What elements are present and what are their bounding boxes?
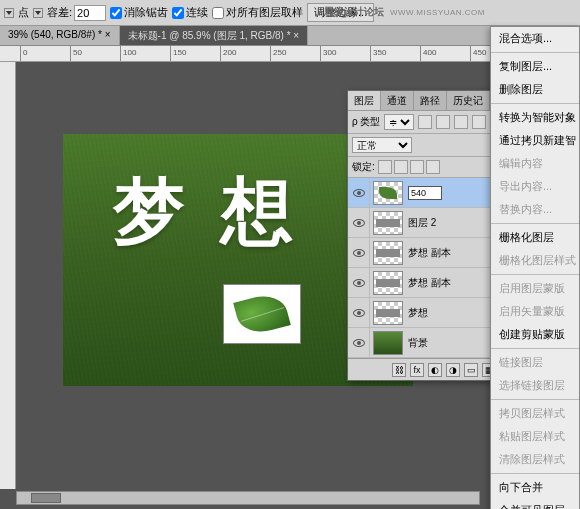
eye-icon (353, 279, 365, 287)
menu-item: 启用矢量蒙版 (491, 300, 579, 323)
menu-separator (491, 274, 579, 275)
menu-item: 导出内容... (491, 175, 579, 198)
layer-thumbnail[interactable] (373, 271, 403, 295)
scrollbar-thumb[interactable] (31, 493, 61, 503)
menu-separator (491, 223, 579, 224)
layer-name-label: 图层 2 (408, 217, 436, 228)
layer-thumbnail[interactable] (373, 301, 403, 325)
lock-pixels-icon[interactable] (394, 160, 408, 174)
eye-icon (353, 189, 365, 197)
tab-paths[interactable]: 路径 (414, 91, 447, 110)
kind-select[interactable]: ≑ (384, 114, 414, 130)
menu-item: 选择链接图层 (491, 374, 579, 397)
lock-all-icon[interactable] (426, 160, 440, 174)
menu-item: 清除图层样式 (491, 448, 579, 471)
menu-item: 替换内容... (491, 198, 579, 221)
filter-shape-icon[interactable] (472, 115, 486, 129)
menu-item: 拷贝图层样式 (491, 402, 579, 425)
menu-separator (491, 348, 579, 349)
visibility-toggle[interactable] (348, 268, 370, 297)
horizontal-scrollbar[interactable] (16, 491, 480, 505)
menu-item[interactable]: 转换为智能对象 (491, 106, 579, 129)
menu-separator (491, 473, 579, 474)
filter-pixel-icon[interactable] (418, 115, 432, 129)
canvas-text: 梦 想 (113, 164, 301, 260)
menu-item[interactable]: 复制图层... (491, 55, 579, 78)
visibility-toggle[interactable] (348, 298, 370, 327)
layer-name-label: 背景 (408, 337, 428, 348)
watermark-url: WWW.MISSYUAN.COM (390, 8, 485, 17)
all-layers-label: 对所有图层取样 (226, 5, 303, 20)
watermark: 思缘设计论坛 WWW.MISSYUAN.COM (324, 5, 485, 19)
visibility-toggle[interactable] (348, 208, 370, 237)
document-tab-2[interactable]: 未标题-1 @ 85.9% (图层 1, RGB/8) * × (120, 26, 309, 45)
link-layers-icon[interactable]: ⛓ (392, 363, 406, 377)
tab-channels[interactable]: 通道 (381, 91, 414, 110)
all-layers-checkbox[interactable] (212, 7, 224, 19)
contiguous-label: 连续 (186, 5, 208, 20)
layer-fx-icon[interactable]: fx (410, 363, 424, 377)
leaf-icon (233, 290, 291, 338)
antialias-label: 消除锯齿 (124, 5, 168, 20)
document-tab-1[interactable]: 39% (540, RGB/8#) * × (0, 26, 120, 45)
contiguous-checkbox[interactable] (172, 7, 184, 19)
visibility-toggle[interactable] (348, 238, 370, 267)
kind-label: ρ 类型 (352, 115, 380, 129)
layer-thumbnail[interactable] (373, 331, 403, 355)
tool-preset-dropdown[interactable] (4, 8, 14, 18)
layer-name-label: 梦想 副本 (408, 247, 451, 258)
lock-position-icon[interactable] (410, 160, 424, 174)
menu-item[interactable]: 创建剪贴蒙版 (491, 323, 579, 346)
point-label: 点 (18, 5, 29, 20)
tab-history[interactable]: 历史记 (447, 91, 490, 110)
tab-layers[interactable]: 图层 (348, 91, 381, 110)
menu-separator (491, 399, 579, 400)
menu-separator (491, 52, 579, 53)
layer-thumbnail[interactable] (373, 181, 403, 205)
group-icon[interactable]: ▭ (464, 363, 478, 377)
menu-separator (491, 103, 579, 104)
menu-item: 栅格化图层样式 (491, 249, 579, 272)
visibility-toggle[interactable] (348, 328, 370, 357)
sample-size-dropdown[interactable] (33, 8, 43, 18)
menu-item[interactable]: 通过拷贝新建智 (491, 129, 579, 152)
eye-icon (353, 249, 365, 257)
menu-item[interactable]: 删除图层 (491, 78, 579, 101)
filter-type-icon[interactable] (454, 115, 468, 129)
lock-label: 锁定: (352, 160, 375, 174)
options-toolbar: 点 容差: 消除锯齿 连续 对所有图层取样 调整边缘... (0, 0, 580, 26)
layer-name-input[interactable] (408, 186, 442, 200)
eye-icon (353, 339, 365, 347)
blend-mode-select[interactable]: 正常 (352, 137, 412, 153)
menu-item: 启用图层蒙版 (491, 277, 579, 300)
eye-icon (353, 219, 365, 227)
menu-item[interactable]: 向下合并 (491, 476, 579, 499)
watermark-logo: 思缘设计论坛 (324, 5, 384, 19)
layer-mask-icon[interactable]: ◐ (428, 363, 442, 377)
layer-thumbnail[interactable] (373, 241, 403, 265)
layer-thumbnail[interactable] (373, 211, 403, 235)
menu-item: 粘贴图层样式 (491, 425, 579, 448)
menu-item[interactable]: 混合选项... (491, 27, 579, 50)
adjustment-layer-icon[interactable]: ◑ (446, 363, 460, 377)
menu-item[interactable]: 合并可见图层 (491, 499, 579, 509)
tolerance-input[interactable] (74, 5, 106, 21)
layer-name-label: 梦想 副本 (408, 277, 451, 288)
menu-item[interactable]: 栅格化图层 (491, 226, 579, 249)
vertical-ruler (0, 62, 16, 489)
layer-context-menu: 混合选项...复制图层...删除图层转换为智能对象通过拷贝新建智编辑内容导出内容… (490, 26, 580, 509)
layer-name-label: 梦想 (408, 307, 428, 318)
eye-icon (353, 309, 365, 317)
lock-transparent-icon[interactable] (378, 160, 392, 174)
antialias-checkbox[interactable] (110, 7, 122, 19)
leaf-selection[interactable] (223, 284, 301, 344)
filter-adjust-icon[interactable] (436, 115, 450, 129)
visibility-toggle[interactable] (348, 178, 370, 207)
tolerance-label: 容差: (47, 5, 72, 20)
menu-item: 链接图层 (491, 351, 579, 374)
menu-item: 编辑内容 (491, 152, 579, 175)
